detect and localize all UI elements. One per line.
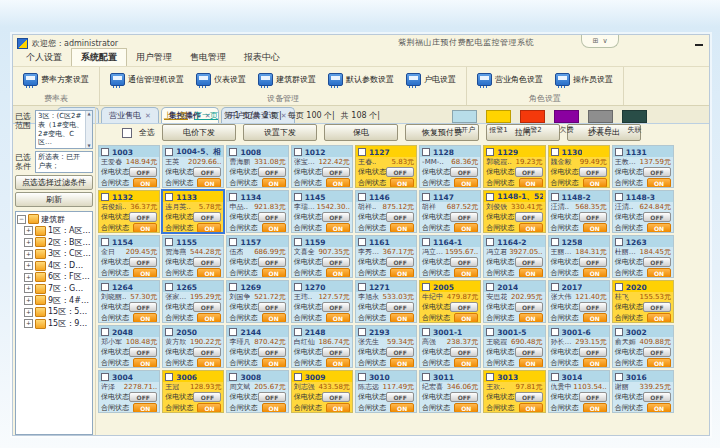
action-button[interactable]: 电价下发	[162, 124, 236, 141]
meter-checkbox[interactable]	[551, 328, 559, 336]
baodian-off-button[interactable]: OFF	[450, 212, 478, 222]
meter-checkbox[interactable]	[358, 373, 366, 381]
hezha-on-button[interactable]: ON	[197, 313, 221, 323]
meter-card[interactable]: 1155 贾海燕 544.28元 保电状态 OFF 合闸状态 ON	[162, 235, 224, 278]
meter-card[interactable]: 3001-6 孙长春.. 293.15元 保电状态 OFF 合闸状态 ON	[548, 325, 610, 368]
baodian-off-button[interactable]: OFF	[643, 257, 671, 267]
meter-checkbox[interactable]	[422, 193, 430, 201]
meter-checkbox[interactable]	[229, 238, 237, 246]
expand-icon[interactable]: +	[24, 226, 33, 235]
hezha-on-button[interactable]: ON	[326, 403, 350, 413]
hezha-on-button[interactable]: ON	[197, 223, 221, 233]
meter-card[interactable]: 3016 谢丽 339.25元 保电状态 OFF 合闸状态 ON	[612, 370, 674, 413]
meter-checkbox[interactable]	[551, 148, 559, 156]
hezha-on-button[interactable]: ON	[197, 403, 221, 413]
meter-card[interactable]: 1148-1、522 刘俊铁 330.41元 保电状态 OFF 合闸状态 O	[483, 190, 545, 233]
ribbon-button[interactable]: 默认参数设置	[322, 71, 400, 88]
meter-card[interactable]: 1164-2 冯立君 3927.05.. 保电状态 OFF 合闸状态 ON	[483, 235, 545, 278]
hezha-on-button[interactable]: ON	[197, 358, 221, 368]
hezha-on-button[interactable]: ON	[262, 178, 286, 188]
hezha-on-button[interactable]: ON	[262, 313, 286, 323]
meter-card[interactable]: 2048 郑小军 108.48元 保电状态 OFF 合闸状态 ON	[98, 325, 160, 368]
meter-card[interactable]: 1265 张家卿.. 195.29元 保电状态 OFF 合闸状态 ON	[162, 280, 224, 323]
meter-checkbox[interactable]	[101, 373, 109, 381]
hezha-on-button[interactable]: ON	[583, 313, 607, 323]
baodian-off-button[interactable]: OFF	[579, 302, 607, 312]
action-button[interactable]: 设置下发	[243, 124, 317, 141]
pick-filter-button[interactable]: 点选选择过滤条件	[15, 175, 93, 190]
ribbon-button[interactable]: 操作员设置	[549, 71, 619, 88]
hezha-on-button[interactable]: ON	[647, 313, 671, 323]
expand-icon[interactable]: +	[24, 296, 33, 305]
meter-checkbox[interactable]	[615, 238, 623, 246]
baodian-off-button[interactable]: OFF	[193, 167, 221, 177]
baodian-off-button[interactable]: OFF	[579, 167, 607, 177]
meter-card[interactable]: 1128 -MM-.. 68.36元 保电状态 OFF 合闸状态 ON	[419, 145, 481, 188]
tree-item[interactable]: + 3区：C区2#井（…	[17, 248, 91, 260]
meter-checkbox[interactable]	[294, 283, 302, 291]
meter-card[interactable]: 1148-3 汪清.. 624.84元 保电状态 OFF 合闸状态 ON	[612, 190, 674, 233]
meter-checkbox[interactable]	[422, 238, 430, 246]
baodian-off-button[interactable]: OFF	[322, 347, 350, 357]
baodian-off-button[interactable]: OFF	[258, 347, 286, 357]
hezha-on-button[interactable]: ON	[583, 178, 607, 188]
baodian-off-button[interactable]: OFF	[193, 302, 221, 312]
hezha-on-button[interactable]: ON	[519, 403, 543, 413]
hezha-on-button[interactable]: ON	[197, 268, 221, 278]
baodian-off-button[interactable]: OFF	[450, 167, 478, 177]
ribbon-tab[interactable]: 用户管理	[127, 49, 181, 66]
hezha-on-button[interactable]: ON	[326, 268, 350, 278]
expand-icon[interactable]: +	[24, 273, 33, 282]
baodian-off-button[interactable]: OFF	[515, 167, 543, 177]
hezha-on-button[interactable]: ON	[647, 178, 671, 188]
meter-card[interactable]: 3014 仇贵中 1103.54.. 保电状态 OFF 合闸状态 ON	[548, 370, 610, 413]
baodian-off-button[interactable]: OFF	[386, 257, 414, 267]
meter-checkbox[interactable]	[551, 283, 559, 291]
ribbon-button[interactable]: 费率方案设置	[17, 71, 95, 88]
hezha-on-button[interactable]: ON	[133, 358, 157, 368]
refresh-button[interactable]: 刷新	[15, 192, 93, 207]
meter-card[interactable]: 3013 王欢.. 97.81元 保电状态 OFF 合闸状态 ON	[483, 370, 545, 413]
meter-checkbox[interactable]	[422, 328, 430, 336]
action-button[interactable]: 保电	[324, 124, 398, 141]
hezha-on-button[interactable]: ON	[326, 223, 350, 233]
tree-item[interactable]: + 1区：A区1#井	[17, 225, 91, 237]
meter-checkbox[interactable]	[358, 328, 366, 336]
ribbon-button[interactable]: 户电设置	[400, 71, 462, 88]
meter-card[interactable]: 2020 桂飞 155.53元 保电状态 OFF 合闸状态 ON	[612, 280, 674, 323]
hezha-on-button[interactable]: ON	[583, 268, 607, 278]
hezha-on-button[interactable]: ON	[519, 178, 543, 188]
hezha-on-button[interactable]: ON	[262, 268, 286, 278]
meter-checkbox[interactable]	[615, 283, 623, 291]
meter-card[interactable]: 1127 王春.. 5.83元 保电状态 OFF 合闸状态 ON	[355, 145, 417, 188]
tree-item[interactable]: + 15区：9#变电站…	[17, 318, 91, 330]
baodian-off-button[interactable]: OFF	[643, 347, 671, 357]
meter-checkbox[interactable]	[615, 328, 623, 336]
hezha-on-button[interactable]: ON	[133, 403, 157, 413]
baodian-off-button[interactable]: OFF	[129, 302, 157, 312]
meter-card[interactable]: 2017 张大伟 121.40元 保电状态 OFF 合闸状态 ON	[548, 280, 610, 323]
baodian-off-button[interactable]: OFF	[129, 347, 157, 357]
meter-checkbox[interactable]	[294, 148, 302, 156]
meter-checkbox[interactable]	[165, 328, 173, 336]
meter-checkbox[interactable]	[294, 193, 302, 201]
meter-checkbox[interactable]	[229, 148, 237, 156]
baodian-off-button[interactable]: OFF	[450, 257, 478, 267]
meter-card[interactable]: 1130 魏金毅 99.49元 保电状态 OFF 合闸状态 ON	[548, 145, 610, 188]
meter-card[interactable]: 1264 刘晓丽.. 57.30元 保电状态 OFF 合闸状态 ON	[98, 280, 160, 323]
meter-card[interactable]: 2144 李瑾凡 870.42元 保电状态 OFF 合闸状态 ON	[226, 325, 288, 368]
meter-checkbox[interactable]	[615, 373, 623, 381]
baodian-off-button[interactable]: OFF	[643, 302, 671, 312]
meter-card[interactable]: 3004 许泽 2278.71.. 保电状态 OFF 合闸状态 ON	[98, 370, 160, 413]
meter-card[interactable]: 3011 纪宏喜 346.06元 保电状态 OFF 合闸状态 ON	[419, 370, 481, 413]
meter-checkbox[interactable]	[422, 283, 430, 291]
meter-card[interactable]: 1147 胡祥 687.52元 保电状态 OFF 合闸状态 ON	[419, 190, 481, 233]
meter-card[interactable]: 3006 王冠 128.93元 保电状态 OFF 合闸状态 ON	[162, 370, 224, 413]
meter-checkbox[interactable]	[358, 148, 366, 156]
baodian-off-button[interactable]: OFF	[322, 257, 350, 267]
hezha-on-button[interactable]: ON	[519, 358, 543, 368]
baodian-off-button[interactable]: OFF	[193, 392, 221, 402]
collapse-icon[interactable]: −	[17, 215, 26, 224]
meter-card[interactable]: 1008 曹海鹏 331.08元 保电状态 OFF 合闸状态 ON	[226, 145, 288, 188]
meter-card[interactable]: 1148-2 汪清.. 568.35元 保电状态 OFF 合闸状态 ON	[548, 190, 610, 233]
